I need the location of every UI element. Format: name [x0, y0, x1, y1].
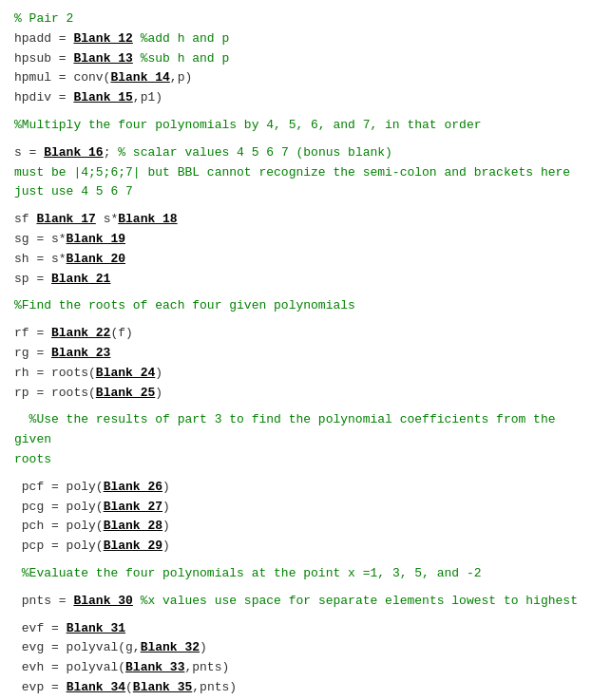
spacer-11: [14, 202, 578, 210]
evh-line-seg-2: ,pnts): [184, 658, 229, 678]
use-comment1-seg-0: %Use the results of part 3 to find the p…: [14, 410, 578, 450]
hpadd-line-seg-1: Blank 12: [73, 29, 132, 49]
sp-line: sp = Blank 21: [14, 270, 578, 290]
evg-line-seg-2: ): [200, 638, 207, 658]
rh-line: rh = roots(Blank 24): [14, 364, 578, 384]
hpadd-line-seg-3: %add h and p: [141, 29, 230, 49]
roots-comment: %Find the roots of each four given polyn…: [14, 296, 578, 316]
spacer-26: [14, 470, 578, 478]
roots-comment-seg-0: %Find the roots of each four given polyn…: [14, 296, 355, 316]
eval-comment: %Evaluate the four polynomials at the po…: [14, 564, 578, 584]
evf-line-seg-0: evf =: [14, 619, 67, 639]
s-line-seg-1: Blank 16: [44, 143, 103, 163]
rp-line-seg-1: Blank 25: [96, 384, 155, 404]
evg-line-seg-1: Blank 32: [141, 638, 200, 658]
hpsub-line-seg-1: Blank 13: [73, 49, 132, 69]
evp-line-seg-3: Blank 35: [133, 678, 192, 698]
rp-line: rp = roots(Blank 25): [14, 384, 578, 404]
s-line: s = Blank 16; % scalar values 4 5 6 7 (b…: [14, 143, 578, 163]
sf-line-seg-0: sf: [14, 210, 36, 230]
spacer-23: [14, 403, 578, 410]
mustbe-line-seg-0: must be |4;5;6;7| but BBL cannot recogni…: [14, 163, 570, 183]
use-comment2-seg-0: roots: [14, 450, 51, 470]
hpmul-line-seg-1: Blank 14: [110, 68, 169, 88]
hpdiv-line: hpdiv = Blank 15,p1): [14, 88, 578, 108]
pcp-line: pcp = poly(Blank 29): [14, 537, 578, 557]
sp-line-seg-1: Blank 21: [51, 270, 110, 290]
sh-line-seg-0: sh = s*: [14, 250, 67, 270]
pcp-line-seg-1: Blank 29: [104, 537, 162, 557]
s-line-seg-0: s =: [14, 143, 44, 163]
hpadd-line: hpadd = Blank 12 %add h and p: [14, 29, 578, 49]
spacer-33: [14, 584, 578, 592]
evh-line-seg-0: evh = polyval(: [14, 658, 125, 678]
evg-line-seg-0: evg = polyval(g,: [14, 638, 141, 658]
spacer-18: [14, 316, 578, 324]
rg-line: rg = Blank 23: [14, 344, 578, 364]
pch-line-seg-2: ): [162, 517, 170, 537]
hpmul-line: hpmul = conv(Blank 14,p): [14, 68, 578, 88]
hpsub-line-seg-2: [133, 49, 141, 69]
multiply-comment-seg-0: %Multiply the four polynomials by 4, 5, …: [14, 116, 481, 136]
sf-line: sf Blank 17 s*Blank 18: [14, 210, 578, 230]
sg-line-seg-0: sg = s*: [14, 230, 67, 250]
s-line-seg-2: ;: [104, 143, 119, 163]
spacer-5: [14, 108, 578, 116]
evg-line: evg = polyval(g,Blank 32): [14, 638, 578, 658]
evp-line-seg-2: (: [125, 678, 133, 698]
hpmul-line-seg-2: ,p): [170, 68, 192, 88]
rp-line-seg-0: rp = roots(: [14, 384, 96, 404]
evh-line: evh = polyval(Blank 33,pnts): [14, 658, 578, 678]
pair2-comment-seg-0: % Pair 2: [14, 9, 73, 29]
sf-line-seg-1: Blank 17: [36, 210, 95, 230]
hpdiv-line-seg-1: Blank 15: [73, 88, 132, 108]
pcf-line: pcf = poly(Blank 26): [14, 478, 578, 498]
pcg-line-seg-1: Blank 27: [104, 498, 162, 518]
hpdiv-line-seg-2: ,p1): [133, 88, 162, 108]
pcf-line-seg-2: ): [162, 478, 170, 498]
pch-line-seg-1: Blank 28: [104, 517, 162, 537]
hpmul-line-seg-0: hpmul = conv(: [14, 68, 110, 88]
pcg-line-seg-0: pcg = poly(: [14, 498, 104, 518]
spacer-7: [14, 136, 578, 143]
hpsub-line-seg-0: hpsub =: [14, 49, 73, 69]
spacer-35: [14, 612, 578, 619]
spacer-16: [14, 289, 578, 296]
hpdiv-line-seg-0: hpdiv =: [14, 88, 73, 108]
rf-line: rf = Blank 22(f): [14, 324, 578, 344]
rg-line-seg-1: Blank 23: [51, 344, 110, 364]
evp-line: evp = Blank 34(Blank 35,pnts): [14, 678, 578, 698]
pcg-line-seg-2: ): [162, 498, 170, 518]
pcp-line-seg-0: pcp = poly(: [14, 537, 104, 557]
rh-line-seg-1: Blank 24: [96, 364, 155, 384]
pnts-line-seg-1: Blank 30: [73, 592, 132, 612]
evh-line-seg-1: Blank 33: [125, 658, 184, 678]
rh-line-seg-2: ): [155, 364, 162, 384]
evp-line-seg-1: Blank 34: [67, 678, 125, 698]
use-comment2: roots: [14, 450, 578, 470]
rf-line-seg-2: (f): [110, 324, 132, 344]
rh-line-seg-0: rh = roots(: [14, 364, 96, 384]
sg-line-seg-1: Blank 19: [67, 230, 125, 250]
pnts-line-seg-3: %x values use space for separate element…: [141, 592, 578, 612]
pnts-line-seg-2: [133, 592, 141, 612]
hpadd-line-seg-2: [133, 29, 141, 49]
s-line-seg-3: % scalar values 4 5 6 7 (bonus blank): [118, 143, 392, 163]
pcf-line-seg-0: pcf = poly(: [14, 478, 104, 498]
evp-line-seg-0: evp =: [14, 678, 67, 698]
pcp-line-seg-2: ): [162, 537, 170, 557]
evf-line-seg-1: Blank 31: [67, 619, 125, 639]
hpadd-line-seg-0: hpadd =: [14, 29, 73, 49]
sp-line-seg-0: sp =: [14, 270, 51, 290]
sh-line-seg-1: Blank 20: [67, 250, 125, 270]
hpsub-line-seg-3: %sub h and p: [141, 49, 230, 69]
pch-line: pch = poly(Blank 28): [14, 517, 578, 537]
use-comment1: %Use the results of part 3 to find the p…: [14, 410, 578, 450]
sg-line: sg = s*Blank 19: [14, 230, 578, 250]
spacer-31: [14, 557, 578, 564]
evf-line: evf = Blank 31: [14, 619, 578, 639]
code-block: % Pair 2hpadd = Blank 12 %add h and phps…: [14, 9, 578, 698]
multiply-comment: %Multiply the four polynomials by 4, 5, …: [14, 116, 578, 136]
mustbe-line: must be |4;5;6;7| but BBL cannot recogni…: [14, 163, 578, 183]
justuse-line-seg-0: just use 4 5 6 7: [14, 182, 133, 202]
